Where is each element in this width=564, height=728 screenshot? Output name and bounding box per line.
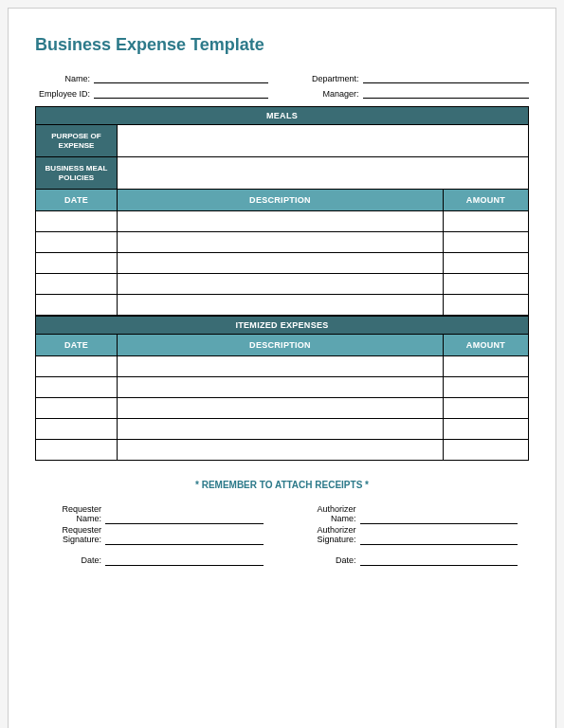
- reminder-text: * REMEMBER TO ATTACH RECEIPTS *: [35, 480, 529, 490]
- amount-cell[interactable]: [444, 211, 529, 232]
- itemized-col-date: DATE: [36, 335, 118, 356]
- purpose-label: PURPOSE OF EXPENSE: [36, 125, 118, 157]
- amount-cell[interactable]: [444, 356, 529, 377]
- authorizer-signature-line[interactable]: [360, 534, 519, 545]
- date-cell[interactable]: [36, 377, 118, 398]
- table-row: [36, 440, 529, 461]
- desc-cell[interactable]: [118, 253, 444, 274]
- amount-cell[interactable]: [444, 440, 529, 461]
- meals-col-description: DESCRIPTION: [118, 190, 444, 211]
- table-row: [36, 377, 529, 398]
- table-row: [36, 356, 529, 377]
- name-line[interactable]: [94, 72, 268, 83]
- manager-line[interactable]: [363, 87, 530, 99]
- manager-label: Manager:: [297, 89, 363, 99]
- table-row: [36, 274, 529, 295]
- meals-col-date: DATE: [36, 190, 118, 211]
- authorizer-date-label: Date:: [301, 556, 360, 566]
- authorizer-name-label: Authorizer Name:: [301, 505, 360, 524]
- date-cell[interactable]: [36, 232, 118, 253]
- authorizer-name-line[interactable]: [360, 513, 519, 524]
- table-row: [36, 211, 529, 232]
- authorizer-signature-label: Authorizer Signature:: [301, 526, 360, 545]
- policies-label: BUSINESS MEAL POLICIES: [36, 157, 118, 190]
- date-cell[interactable]: [36, 419, 118, 440]
- itemized-col-amount: AMOUNT: [444, 335, 529, 356]
- desc-cell[interactable]: [118, 419, 444, 440]
- amount-cell[interactable]: [444, 377, 529, 398]
- amount-cell[interactable]: [444, 419, 529, 440]
- employee-id-line[interactable]: [94, 87, 268, 99]
- desc-cell[interactable]: [118, 356, 444, 377]
- page-title: Business Expense Template: [35, 35, 529, 55]
- meals-col-amount: AMOUNT: [444, 190, 529, 211]
- requester-signature-label: Requester Signature:: [46, 526, 105, 545]
- itemized-table: ITEMIZED EXPENSES DATE DESCRIPTION AMOUN…: [35, 316, 529, 461]
- date-cell[interactable]: [36, 211, 118, 232]
- date-cell[interactable]: [36, 274, 118, 295]
- requester-column: Requester Name: Requester Signature: Dat…: [46, 505, 264, 568]
- table-row: [36, 253, 529, 274]
- department-label: Department:: [297, 74, 363, 83]
- table-row: [36, 398, 529, 419]
- desc-cell[interactable]: [118, 398, 444, 419]
- requester-name-line[interactable]: [105, 513, 264, 524]
- itemized-col-description: DESCRIPTION: [118, 335, 444, 356]
- meals-table: MEALS PURPOSE OF EXPENSE BUSINESS MEAL P…: [35, 106, 529, 316]
- desc-cell[interactable]: [118, 274, 444, 295]
- policies-cell[interactable]: [118, 157, 529, 190]
- purpose-cell[interactable]: [118, 125, 529, 157]
- employee-id-field: Employee ID:: [35, 87, 268, 99]
- desc-cell[interactable]: [118, 377, 444, 398]
- table-row: [36, 295, 529, 316]
- authorizer-date-line[interactable]: [360, 555, 519, 566]
- desc-cell[interactable]: [118, 440, 444, 461]
- amount-cell[interactable]: [444, 398, 529, 419]
- amount-cell[interactable]: [444, 253, 529, 274]
- employee-id-label: Employee ID:: [35, 89, 94, 99]
- name-field: Name:: [35, 72, 268, 83]
- date-cell[interactable]: [36, 356, 118, 377]
- department-line[interactable]: [363, 72, 530, 83]
- desc-cell[interactable]: [118, 232, 444, 253]
- table-row: [36, 232, 529, 253]
- date-cell[interactable]: [36, 440, 118, 461]
- requester-date-line[interactable]: [105, 555, 264, 566]
- date-cell[interactable]: [36, 398, 118, 419]
- desc-cell[interactable]: [118, 211, 444, 232]
- department-field: Department:: [297, 72, 530, 83]
- expense-template-page: Business Expense Template Name: Departme…: [8, 8, 556, 728]
- signature-block: Requester Name: Requester Signature: Dat…: [35, 505, 529, 568]
- table-row: [36, 419, 529, 440]
- desc-cell[interactable]: [118, 295, 444, 316]
- name-label: Name:: [35, 74, 94, 83]
- amount-cell[interactable]: [444, 274, 529, 295]
- amount-cell[interactable]: [444, 232, 529, 253]
- date-cell[interactable]: [36, 295, 118, 316]
- date-cell[interactable]: [36, 253, 118, 274]
- amount-cell[interactable]: [444, 295, 529, 316]
- header-row-2: Employee ID: Manager:: [35, 87, 529, 99]
- requester-name-label: Requester Name:: [46, 505, 105, 524]
- manager-field: Manager:: [297, 87, 530, 99]
- itemized-header: ITEMIZED EXPENSES: [36, 317, 529, 335]
- header-row-1: Name: Department:: [35, 72, 529, 83]
- requester-date-label: Date:: [46, 556, 105, 566]
- meals-header: MEALS: [36, 107, 529, 125]
- authorizer-column: Authorizer Name: Authorizer Signature: D…: [301, 505, 519, 568]
- requester-signature-line[interactable]: [105, 534, 264, 545]
